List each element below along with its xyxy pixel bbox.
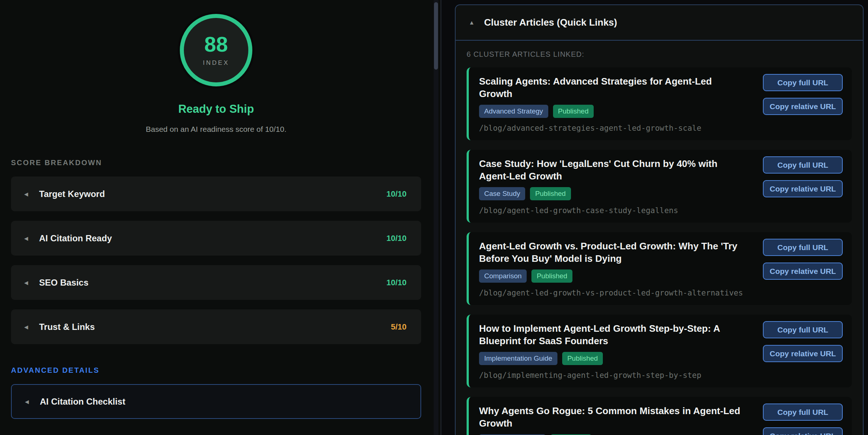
score-badge: 10/10 [386, 189, 407, 199]
status-subtext: Based on an AI readiness score of 10/10. [11, 125, 421, 134]
accordion-ai-citation-ready[interactable]: ◀ AI Citation Ready 10/10 [11, 221, 421, 256]
article-path: /blog/agent-led-growth-case-study-legall… [479, 206, 757, 215]
copy-full-url-button[interactable]: Copy full URL [763, 74, 843, 91]
accordion-label: SEO Basics [39, 278, 89, 288]
article-title: How to Implement Agent-Led Growth Step-b… [479, 322, 746, 347]
accordion-ai-citation-checklist[interactable]: ◀ AI Citation Checklist [11, 384, 421, 419]
article-card: How to Implement Agent-Led Growth Step-b… [467, 315, 852, 387]
article-title: Case Study: How 'LegalLens' Cut Churn by… [479, 157, 746, 182]
article-title: Why Agents Go Rogue: 5 Common Mistakes i… [479, 405, 746, 430]
copy-relative-url-button[interactable]: Copy relative URL [763, 263, 843, 280]
collapse-left-icon: ◀ [24, 235, 28, 241]
accordion-seo-basics[interactable]: ◀ SEO Basics 10/10 [11, 265, 421, 300]
panel-title: Cluster Articles (Quick Links) [484, 17, 617, 28]
category-badge: Advanced Strategy [479, 105, 548, 118]
score-gauge-label: INDEX [203, 59, 229, 67]
status-badge: Published [562, 352, 603, 365]
category-badge: Case Study [479, 187, 525, 200]
status-heading: Ready to Ship [11, 103, 421, 116]
score-breakdown-heading: SCORE BREAKDOWN [11, 159, 421, 167]
status-badge: Published [531, 269, 572, 283]
article-path: /blog/agent-led-growth-vs-product-led-gr… [479, 289, 757, 297]
category-badge: Comparison [479, 269, 527, 283]
article-card: Agent-Led Growth vs. Product-Led Growth:… [467, 232, 852, 305]
copy-full-url-button[interactable]: Copy full URL [763, 404, 843, 421]
collapse-left-icon: ◀ [24, 280, 28, 286]
article-card: Case Study: How 'LegalLens' Cut Churn by… [467, 150, 852, 223]
article-title: Scaling Agents: Advanced Strategies for … [479, 75, 746, 100]
score-gauge-value: 88 [204, 34, 228, 55]
accordion-label: AI Citation Checklist [40, 397, 125, 407]
accordion-trust-links[interactable]: ◀ Trust & Links 5/10 [11, 309, 421, 344]
articles-count-label: 6 CLUSTER ARTICLES LINKED: [467, 50, 852, 59]
readiness-panel: 88 INDEX Ready to Ship Based on an AI re… [0, 0, 441, 435]
accordion-label: Trust & Links [39, 322, 95, 332]
copy-full-url-button[interactable]: Copy full URL [763, 321, 843, 338]
collapse-up-icon: ▲ [469, 19, 475, 26]
article-card: Scaling Agents: Advanced Strategies for … [467, 67, 852, 140]
collapse-left-icon: ◀ [24, 324, 28, 330]
cluster-articles-header[interactable]: ▲ Cluster Articles (Quick Links) [456, 5, 863, 41]
copy-relative-url-button[interactable]: Copy relative URL [763, 427, 843, 435]
copy-full-url-button[interactable]: Copy full URL [763, 156, 843, 174]
cluster-articles-panel: ▲ Cluster Articles (Quick Links) 6 CLUST… [455, 4, 864, 435]
copy-full-url-button[interactable]: Copy full URL [763, 239, 843, 256]
panel-divider [441, 0, 441, 435]
article-path: /blog/implementing-agent-led-growth-step… [479, 371, 757, 380]
status-badge: Published [530, 187, 571, 200]
category-badge: Implementation Guide [479, 352, 557, 365]
accordion-target-keyword[interactable]: ◀ Target Keyword 10/10 [11, 176, 421, 211]
accordion-label: AI Citation Ready [39, 233, 112, 243]
copy-relative-url-button[interactable]: Copy relative URL [763, 98, 843, 115]
status-badge: Published [553, 105, 594, 118]
article-title: Agent-Led Growth vs. Product-Led Growth:… [479, 240, 746, 265]
score-badge: 10/10 [386, 278, 407, 287]
article-path: /blog/advanced-strategies-agent-led-grow… [479, 124, 757, 133]
article-card: Why Agents Go Rogue: 5 Common Mistakes i… [467, 397, 852, 435]
score-badge: 10/10 [386, 234, 407, 243]
accordion-label: Target Keyword [39, 189, 105, 199]
copy-relative-url-button[interactable]: Copy relative URL [763, 180, 843, 197]
collapse-left-icon: ◀ [25, 399, 29, 405]
score-badge: 5/10 [391, 322, 407, 332]
collapse-left-icon: ◀ [24, 191, 28, 197]
copy-relative-url-button[interactable]: Copy relative URL [763, 345, 843, 362]
scrollbar-thumb[interactable] [434, 2, 438, 70]
advanced-details-heading: ADVANCED DETAILS [11, 366, 421, 375]
score-gauge: 88 INDEX [180, 14, 252, 86]
